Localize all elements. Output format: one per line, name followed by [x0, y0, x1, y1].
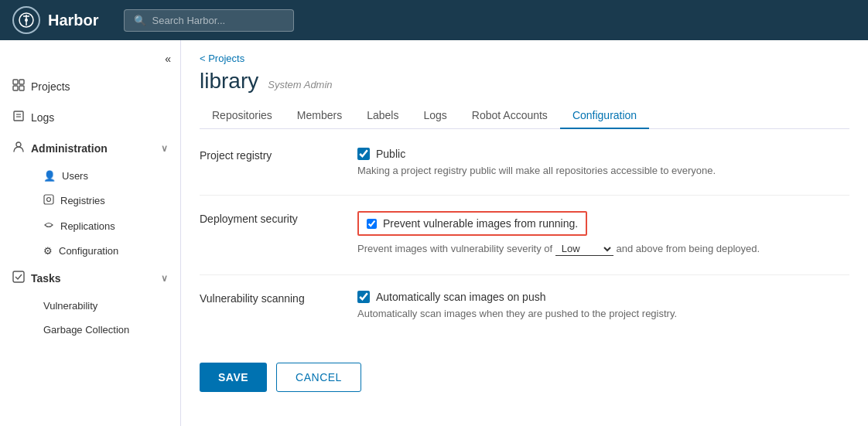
- deployment-security-control: Prevent vulnerable images from running. …: [357, 211, 849, 256]
- security-highlight-box: Prevent vulnerable images from running.: [357, 211, 587, 236]
- public-checkbox-row: Public: [357, 148, 849, 160]
- svg-rect-5: [19, 80, 24, 84]
- sidebar-item-registries[interactable]: Registries: [31, 188, 180, 213]
- main-content: < Projects library System Admin Reposito…: [181, 40, 868, 426]
- sidebar-item-garbage-collection[interactable]: Garbage Collection: [31, 318, 180, 342]
- page-subtitle: System Admin: [268, 79, 332, 90]
- tab-logs[interactable]: Logs: [411, 103, 459, 129]
- administration-chevron: ∨: [161, 143, 168, 154]
- tab-labels[interactable]: Labels: [354, 103, 411, 129]
- app-title: Harbor: [48, 12, 99, 29]
- auto-scan-checkbox-row: Automatically scan images on push: [357, 291, 849, 303]
- tabs-bar: Repositories Members Labels Logs Robot A…: [200, 103, 849, 129]
- sidebar-section-administration[interactable]: Administration ∨: [0, 133, 180, 164]
- sidebar-configuration-label: Configuration: [59, 245, 118, 257]
- tasks-chevron: ∨: [161, 273, 168, 284]
- navbar: Harbor 🔍 Search Harbor...: [0, 0, 868, 40]
- public-checkbox[interactable]: [357, 148, 370, 160]
- breadcrumb[interactable]: < Projects: [181, 40, 868, 64]
- public-label[interactable]: Public: [376, 148, 405, 160]
- sidebar-item-replications[interactable]: Replications: [31, 213, 180, 239]
- search-bar[interactable]: 🔍 Search Harbor...: [124, 9, 294, 32]
- save-button[interactable]: SAVE: [200, 363, 267, 392]
- tab-members[interactable]: Members: [285, 103, 354, 129]
- administration-icon: [12, 141, 25, 156]
- deployment-security-row: Deployment security Prevent vulnerable i…: [200, 211, 849, 256]
- sidebar-tasks-label: Tasks: [31, 272, 61, 285]
- administration-submenu: 👤 Users Registries Replications ⚙ Config…: [0, 164, 180, 263]
- divider-2: [200, 274, 849, 275]
- sidebar-users-label: Users: [62, 170, 88, 182]
- sidebar-item-vulnerability[interactable]: Vulnerability: [31, 294, 180, 318]
- project-registry-label: Project registry: [200, 148, 339, 162]
- logs-icon: [12, 110, 25, 125]
- prevent-checkbox[interactable]: [367, 219, 377, 229]
- prevent-help: Prevent images with vulnerability severi…: [357, 242, 849, 256]
- deployment-security-label: Deployment security: [200, 211, 339, 225]
- sidebar-collapse-btn[interactable]: «: [0, 46, 180, 71]
- collapse-icon: «: [165, 53, 171, 65]
- svg-rect-8: [14, 111, 23, 121]
- project-registry-control: Public Making a project registry public …: [357, 148, 849, 176]
- tasks-icon: [12, 271, 25, 286]
- public-help-text: Making a project registry public will ma…: [357, 165, 849, 176]
- svg-rect-14: [13, 271, 24, 282]
- registries-icon: [43, 194, 54, 207]
- configuration-form: Project registry Public Making a project…: [181, 129, 868, 356]
- sidebar-logs-label: Logs: [31, 111, 54, 124]
- tasks-submenu: Vulnerability Garbage Collection: [0, 294, 180, 342]
- sidebar-item-projects[interactable]: Projects: [0, 71, 180, 102]
- svg-rect-12: [44, 195, 53, 204]
- sidebar-registries-label: Registries: [60, 195, 105, 206]
- cancel-button[interactable]: CANCEL: [276, 363, 361, 392]
- tab-configuration[interactable]: Configuration: [560, 103, 649, 129]
- sidebar-projects-label: Projects: [31, 80, 70, 93]
- auto-scan-label[interactable]: Automatically scan images on push: [376, 291, 545, 303]
- svg-point-13: [47, 198, 51, 202]
- prevent-help-suffix: and above from being deployed.: [616, 243, 760, 254]
- sidebar: « Projects Logs Administration ∨ 👤 User: [0, 40, 181, 426]
- auto-scan-checkbox[interactable]: [357, 291, 370, 303]
- page-header: library System Admin: [181, 64, 868, 94]
- page-title: library: [200, 69, 258, 94]
- vulnerability-scanning-row: Vulnerability scanning Automatically sca…: [200, 291, 849, 319]
- sidebar-vulnerability-label: Vulnerability: [43, 300, 97, 312]
- tab-robot-accounts[interactable]: Robot Accounts: [460, 103, 560, 129]
- sidebar-section-tasks[interactable]: Tasks ∨: [0, 263, 180, 294]
- users-icon: 👤: [43, 170, 56, 182]
- severity-select[interactable]: Low Medium High Critical: [555, 242, 613, 256]
- harbor-logo-icon: [12, 6, 40, 34]
- prevent-label[interactable]: Prevent vulnerable images from running.: [383, 217, 578, 230]
- divider-1: [200, 195, 849, 196]
- sidebar-administration-label: Administration: [31, 142, 108, 155]
- search-placeholder: Search Harbor...: [152, 15, 226, 26]
- sidebar-garbage-collection-label: Garbage Collection: [43, 324, 129, 336]
- sidebar-item-configuration[interactable]: ⚙ Configuration: [31, 239, 180, 263]
- main-layout: « Projects Logs Administration ∨ 👤 User: [0, 40, 868, 426]
- search-icon: 🔍: [134, 15, 146, 26]
- vulnerability-scanning-control: Automatically scan images on push Automa…: [357, 291, 849, 319]
- configuration-icon: ⚙: [43, 245, 53, 257]
- button-row: SAVE CANCEL: [181, 356, 868, 411]
- project-registry-row: Project registry Public Making a project…: [200, 148, 849, 176]
- sidebar-replications-label: Replications: [60, 220, 115, 232]
- replications-icon: [43, 220, 54, 233]
- vulnerability-scanning-label: Vulnerability scanning: [200, 291, 339, 305]
- sidebar-item-users[interactable]: 👤 Users: [31, 164, 180, 188]
- projects-icon: [12, 79, 25, 94]
- svg-point-11: [16, 142, 21, 147]
- svg-rect-6: [13, 86, 18, 90]
- auto-scan-help: Automatically scan images when they are …: [357, 308, 849, 319]
- prevent-help-prefix: Prevent images with vulnerability severi…: [357, 243, 552, 254]
- sidebar-item-logs[interactable]: Logs: [0, 102, 180, 133]
- svg-point-3: [25, 19, 28, 22]
- svg-rect-4: [13, 80, 18, 84]
- tab-repositories[interactable]: Repositories: [200, 103, 285, 129]
- logo-container: Harbor: [12, 6, 99, 34]
- svg-rect-7: [19, 86, 24, 90]
